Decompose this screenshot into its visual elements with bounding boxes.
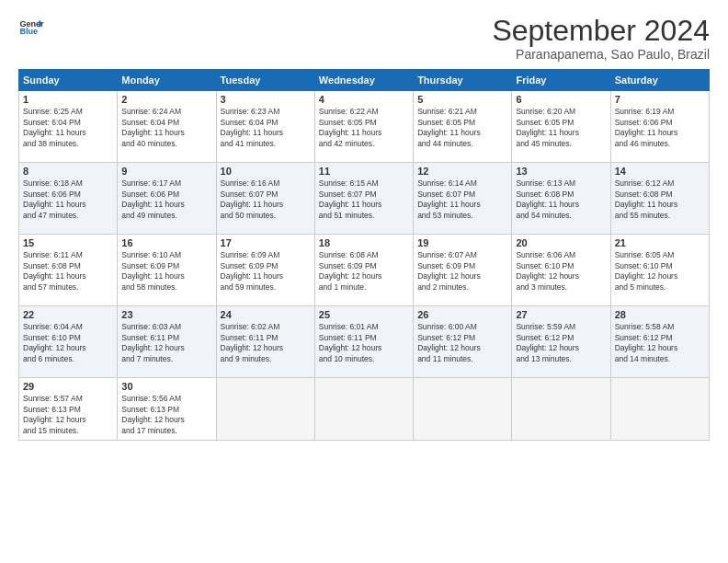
calendar-cell: 30Sunrise: 5:56 AMSunset: 6:13 PMDayligh… xyxy=(118,378,216,441)
day-number: 1 xyxy=(23,94,113,105)
day-info: Sunrise: 6:06 AMSunset: 6:10 PMDaylight:… xyxy=(516,250,606,293)
calendar-cell: 6Sunrise: 6:20 AMSunset: 6:05 PMDaylight… xyxy=(512,91,610,163)
day-info: Sunrise: 6:11 AMSunset: 6:08 PMDaylight:… xyxy=(23,250,113,293)
day-number: 11 xyxy=(319,166,409,177)
day-number: 27 xyxy=(516,309,606,320)
calendar-cell xyxy=(314,378,413,441)
day-info: Sunrise: 6:07 AMSunset: 6:09 PMDaylight:… xyxy=(417,250,507,293)
calendar-cell: 18Sunrise: 6:08 AMSunset: 6:09 PMDayligh… xyxy=(314,235,413,306)
calendar-cell: 8Sunrise: 6:18 AMSunset: 6:06 PMDaylight… xyxy=(19,163,118,235)
svg-text:Blue: Blue xyxy=(19,27,38,36)
day-info: Sunrise: 6:02 AMSunset: 6:11 PMDaylight:… xyxy=(221,322,311,364)
header: General Blue September 2024 Paranapanema… xyxy=(18,15,710,62)
calendar-cell: 13Sunrise: 6:13 AMSunset: 6:08 PMDayligh… xyxy=(512,163,610,235)
column-header-sunday: Sunday xyxy=(19,70,118,91)
day-number: 2 xyxy=(121,94,211,105)
calendar-cell xyxy=(414,378,512,441)
day-number: 30 xyxy=(121,381,211,392)
day-info: Sunrise: 6:05 AMSunset: 6:10 PMDaylight:… xyxy=(615,250,705,293)
day-number: 17 xyxy=(221,237,311,248)
day-number: 9 xyxy=(121,166,211,177)
calendar-cell: 14Sunrise: 6:12 AMSunset: 6:08 PMDayligh… xyxy=(610,163,709,235)
day-info: Sunrise: 6:22 AMSunset: 6:05 PMDaylight:… xyxy=(319,107,409,149)
day-number: 24 xyxy=(221,309,311,320)
day-info: Sunrise: 5:59 AMSunset: 6:12 PMDaylight:… xyxy=(516,322,606,364)
day-number: 21 xyxy=(615,237,705,248)
calendar-cell: 29Sunrise: 5:57 AMSunset: 6:13 PMDayligh… xyxy=(19,378,118,441)
calendar-cell: 25Sunrise: 6:01 AMSunset: 6:11 PMDayligh… xyxy=(314,306,413,378)
calendar-cell xyxy=(216,378,314,441)
day-info: Sunrise: 6:16 AMSunset: 6:07 PMDaylight:… xyxy=(221,178,311,221)
calendar-week-4: 22Sunrise: 6:04 AMSunset: 6:10 PMDayligh… xyxy=(19,306,710,378)
calendar-cell: 5Sunrise: 6:21 AMSunset: 6:05 PMDaylight… xyxy=(414,91,512,163)
title-block: September 2024 Paranapanema, Sao Paulo, … xyxy=(492,15,710,62)
day-number: 15 xyxy=(23,237,113,248)
calendar-cell: 10Sunrise: 6:16 AMSunset: 6:07 PMDayligh… xyxy=(216,163,314,235)
day-number: 13 xyxy=(516,166,606,177)
calendar-cell: 16Sunrise: 6:10 AMSunset: 6:09 PMDayligh… xyxy=(118,235,216,306)
day-info: Sunrise: 6:19 AMSunset: 6:06 PMDaylight:… xyxy=(615,107,705,149)
calendar-cell: 4Sunrise: 6:22 AMSunset: 6:05 PMDaylight… xyxy=(314,91,413,163)
location: Paranapanema, Sao Paulo, Brazil xyxy=(492,47,710,62)
day-number: 19 xyxy=(417,237,507,248)
calendar-cell: 9Sunrise: 6:17 AMSunset: 6:06 PMDaylight… xyxy=(118,163,216,235)
day-number: 8 xyxy=(23,166,113,177)
day-info: Sunrise: 6:03 AMSunset: 6:11 PMDaylight:… xyxy=(121,322,211,364)
calendar-cell xyxy=(610,378,709,441)
calendar-cell: 17Sunrise: 6:09 AMSunset: 6:09 PMDayligh… xyxy=(216,235,314,306)
calendar-week-2: 8Sunrise: 6:18 AMSunset: 6:06 PMDaylight… xyxy=(19,163,710,235)
day-info: Sunrise: 6:17 AMSunset: 6:06 PMDaylight:… xyxy=(121,178,211,221)
column-header-monday: Monday xyxy=(118,70,216,91)
day-info: Sunrise: 6:21 AMSunset: 6:05 PMDaylight:… xyxy=(417,107,507,149)
day-info: Sunrise: 6:15 AMSunset: 6:07 PMDaylight:… xyxy=(319,178,409,221)
calendar-header-row: SundayMondayTuesdayWednesdayThursdayFrid… xyxy=(19,70,710,91)
calendar-cell: 21Sunrise: 6:05 AMSunset: 6:10 PMDayligh… xyxy=(610,235,709,306)
column-header-tuesday: Tuesday xyxy=(216,70,314,91)
day-number: 10 xyxy=(221,166,311,177)
calendar-cell: 1Sunrise: 6:25 AMSunset: 6:04 PMDaylight… xyxy=(19,91,118,163)
day-info: Sunrise: 6:14 AMSunset: 6:07 PMDaylight:… xyxy=(417,178,507,221)
day-number: 4 xyxy=(319,94,409,105)
day-info: Sunrise: 6:25 AMSunset: 6:04 PMDaylight:… xyxy=(23,107,113,149)
day-number: 18 xyxy=(319,237,409,248)
day-info: Sunrise: 6:18 AMSunset: 6:06 PMDaylight:… xyxy=(23,178,113,221)
day-number: 14 xyxy=(615,166,705,177)
calendar-week-5: 29Sunrise: 5:57 AMSunset: 6:13 PMDayligh… xyxy=(19,378,710,441)
day-info: Sunrise: 5:57 AMSunset: 6:13 PMDaylight:… xyxy=(23,394,113,436)
day-number: 29 xyxy=(23,381,113,392)
day-info: Sunrise: 6:01 AMSunset: 6:11 PMDaylight:… xyxy=(319,322,409,364)
calendar-cell: 12Sunrise: 6:14 AMSunset: 6:07 PMDayligh… xyxy=(414,163,512,235)
calendar-cell: 15Sunrise: 6:11 AMSunset: 6:08 PMDayligh… xyxy=(19,235,118,306)
day-info: Sunrise: 6:08 AMSunset: 6:09 PMDaylight:… xyxy=(319,250,409,293)
calendar-cell: 22Sunrise: 6:04 AMSunset: 6:10 PMDayligh… xyxy=(19,306,118,378)
day-number: 28 xyxy=(615,309,705,320)
day-number: 23 xyxy=(121,309,211,320)
day-number: 22 xyxy=(23,309,113,320)
calendar-cell: 24Sunrise: 6:02 AMSunset: 6:11 PMDayligh… xyxy=(216,306,314,378)
day-info: Sunrise: 6:09 AMSunset: 6:09 PMDaylight:… xyxy=(221,250,311,293)
day-number: 16 xyxy=(121,237,211,248)
calendar-cell: 20Sunrise: 6:06 AMSunset: 6:10 PMDayligh… xyxy=(512,235,610,306)
day-number: 6 xyxy=(516,94,606,105)
calendar-cell: 11Sunrise: 6:15 AMSunset: 6:07 PMDayligh… xyxy=(314,163,413,235)
day-number: 12 xyxy=(417,166,507,177)
column-header-wednesday: Wednesday xyxy=(314,70,413,91)
day-info: Sunrise: 6:20 AMSunset: 6:05 PMDaylight:… xyxy=(516,107,606,149)
day-info: Sunrise: 5:58 AMSunset: 6:12 PMDaylight:… xyxy=(615,322,705,364)
day-info: Sunrise: 5:56 AMSunset: 6:13 PMDaylight:… xyxy=(121,394,211,436)
logo-icon: General Blue xyxy=(18,15,44,40)
calendar-week-3: 15Sunrise: 6:11 AMSunset: 6:08 PMDayligh… xyxy=(19,235,710,306)
calendar-cell: 23Sunrise: 6:03 AMSunset: 6:11 PMDayligh… xyxy=(118,306,216,378)
calendar-cell: 2Sunrise: 6:24 AMSunset: 6:04 PMDaylight… xyxy=(118,91,216,163)
calendar-cell: 28Sunrise: 5:58 AMSunset: 6:12 PMDayligh… xyxy=(610,306,709,378)
calendar-cell: 19Sunrise: 6:07 AMSunset: 6:09 PMDayligh… xyxy=(414,235,512,306)
column-header-saturday: Saturday xyxy=(610,70,709,91)
calendar-week-1: 1Sunrise: 6:25 AMSunset: 6:04 PMDaylight… xyxy=(19,91,710,163)
day-info: Sunrise: 6:13 AMSunset: 6:08 PMDaylight:… xyxy=(516,178,606,221)
calendar-cell: 7Sunrise: 6:19 AMSunset: 6:06 PMDaylight… xyxy=(610,91,709,163)
day-info: Sunrise: 6:10 AMSunset: 6:09 PMDaylight:… xyxy=(121,250,211,293)
day-info: Sunrise: 6:24 AMSunset: 6:04 PMDaylight:… xyxy=(121,107,211,149)
day-info: Sunrise: 6:12 AMSunset: 6:08 PMDaylight:… xyxy=(615,178,705,221)
month-title: September 2024 xyxy=(492,15,710,47)
day-info: Sunrise: 6:04 AMSunset: 6:10 PMDaylight:… xyxy=(23,322,113,364)
